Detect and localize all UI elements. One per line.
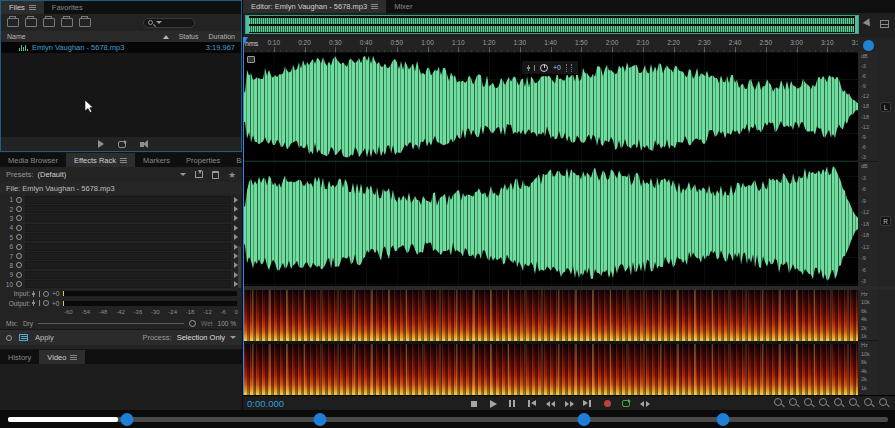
tab-video[interactable]: Video <box>39 350 85 364</box>
tab-files[interactable]: Files <box>1 1 44 14</box>
effect-slot-row[interactable]: 3 <box>0 214 242 223</box>
file-row[interactable]: Emlyn Vaughan - 5678.mp3 3:19.967 <box>1 42 241 53</box>
skip-back-button[interactable] <box>526 399 536 409</box>
range-handle-right[interactable] <box>855 16 858 33</box>
input-knob-icon[interactable] <box>43 291 49 297</box>
dropdown-caret-icon[interactable] <box>180 173 186 176</box>
effect-slot-row[interactable]: 5 <box>0 233 242 242</box>
slots-scrollbar[interactable] <box>238 246 241 288</box>
slot-chevron-icon[interactable] <box>234 206 238 212</box>
rack-list-icon[interactable] <box>19 334 28 341</box>
hud-grip-icon[interactable] <box>566 64 572 72</box>
panel-menu-icon[interactable] <box>120 158 127 163</box>
tab-effects-rack[interactable]: Effects Rack <box>66 153 135 167</box>
effect-slot-row[interactable]: 1 <box>0 195 242 204</box>
slot-power-icon[interactable] <box>16 262 22 268</box>
slot-empty-bar[interactable] <box>25 224 231 232</box>
waveform-display[interactable]: +0 <box>243 52 858 286</box>
pause-button[interactable] <box>507 399 517 409</box>
new-content-icon[interactable] <box>43 18 55 27</box>
favorite-star-icon[interactable]: ★ <box>228 171 236 179</box>
waveform-channel-right[interactable] <box>243 162 858 285</box>
slot-chevron-icon[interactable] <box>234 225 238 231</box>
scrub-dot[interactable] <box>314 413 327 426</box>
insert-multitrack-icon[interactable] <box>61 18 73 27</box>
skip-forward-button[interactable] <box>583 399 593 409</box>
slot-empty-bar[interactable] <box>25 196 231 204</box>
tab-batch-process[interactable]: Batch Process <box>228 153 242 167</box>
slot-power-icon[interactable] <box>16 234 22 240</box>
loop-icon[interactable] <box>118 141 126 148</box>
open-file-icon[interactable] <box>25 18 37 27</box>
zoom-out-vertical-icon[interactable] <box>819 398 827 406</box>
slot-power-icon[interactable] <box>16 253 22 259</box>
spectrogram-display[interactable] <box>243 290 858 395</box>
playhead-marker-icon[interactable] <box>243 37 248 44</box>
slot-chevron-icon[interactable] <box>234 197 238 203</box>
effect-slot-row[interactable]: 10 <box>0 280 242 289</box>
search-input[interactable] <box>143 18 195 28</box>
zoom-out-point-icon[interactable] <box>849 398 857 406</box>
import-file-icon[interactable] <box>7 18 19 27</box>
slot-empty-bar[interactable] <box>25 280 231 288</box>
column-status[interactable]: Status <box>179 33 199 40</box>
mix-slider-track[interactable] <box>38 323 184 324</box>
range-handle-left[interactable] <box>246 16 249 33</box>
zoom-in-icon[interactable] <box>774 398 782 406</box>
mix-slider-knob[interactable] <box>189 320 196 327</box>
slot-empty-bar[interactable] <box>25 252 231 260</box>
panel-menu-icon[interactable] <box>29 5 36 10</box>
clip-effects-badge-icon[interactable] <box>247 56 255 63</box>
zoom-selection-icon[interactable] <box>864 398 872 406</box>
slot-empty-bar[interactable] <box>25 233 231 241</box>
slot-power-icon[interactable] <box>16 197 22 203</box>
scrub-dot[interactable] <box>716 413 729 426</box>
tab-favorites[interactable]: Favorites <box>44 1 91 14</box>
slot-chevron-icon[interactable] <box>234 215 238 221</box>
sort-ascending-icon[interactable] <box>163 35 169 39</box>
delete-preset-icon[interactable] <box>212 171 219 179</box>
effect-slot-row[interactable]: 6 <box>0 242 242 251</box>
panel-menu-icon[interactable] <box>371 4 378 9</box>
slot-chevron-icon[interactable] <box>234 234 238 240</box>
play-icon[interactable] <box>98 140 104 148</box>
scrub-dot[interactable] <box>120 413 133 426</box>
tab-properties[interactable]: Properties <box>178 153 228 167</box>
output-knob-icon[interactable] <box>43 300 49 306</box>
slot-power-icon[interactable] <box>16 215 22 221</box>
panel-menu-icon[interactable] <box>70 355 77 360</box>
effect-slot-row[interactable]: 2 <box>0 204 242 213</box>
hud-fader-icon[interactable] <box>528 65 535 71</box>
slot-power-icon[interactable] <box>16 272 22 278</box>
tab-media-browser[interactable]: Media Browser <box>0 153 66 167</box>
slot-power-icon[interactable] <box>16 225 22 231</box>
scrub-track[interactable] <box>8 417 888 422</box>
hud-volume-widget[interactable]: +0 <box>521 60 579 75</box>
play-button[interactable] <box>488 399 498 409</box>
input-fader-icon[interactable] <box>33 291 40 297</box>
column-duration[interactable]: Duration <box>209 33 235 40</box>
output-fader-icon[interactable] <box>33 300 40 306</box>
effect-slot-row[interactable]: 4 <box>0 223 242 232</box>
process-caret-icon[interactable] <box>230 336 236 339</box>
process-value[interactable]: Selection Only <box>177 333 225 342</box>
apply-button[interactable]: Apply <box>35 333 54 342</box>
tab-history[interactable]: History <box>0 350 39 364</box>
effect-slot-row[interactable]: 9 <box>0 270 242 279</box>
loop-button[interactable] <box>621 399 631 409</box>
channel-badge-left[interactable]: L <box>880 102 891 112</box>
slot-power-icon[interactable] <box>16 281 22 287</box>
slot-empty-bar[interactable] <box>25 261 231 269</box>
zoom-in-point-icon[interactable] <box>834 398 842 406</box>
rack-power-icon[interactable] <box>6 335 12 341</box>
slot-empty-bar[interactable] <box>25 271 231 279</box>
fast-forward-button[interactable] <box>564 399 574 409</box>
autoplay-speaker-icon[interactable] <box>140 142 144 147</box>
effect-slot-row[interactable]: 8 <box>0 261 242 270</box>
tab-markers[interactable]: Markers <box>135 153 178 167</box>
slot-power-icon[interactable] <box>16 244 22 250</box>
zoom-out-icon[interactable] <box>789 398 797 406</box>
trash-icon[interactable] <box>79 18 91 27</box>
tab-editor[interactable]: Editor: Emlyn Vaughan - 5678.mp3 <box>243 0 386 13</box>
channel-badge-right[interactable]: R <box>880 216 891 226</box>
